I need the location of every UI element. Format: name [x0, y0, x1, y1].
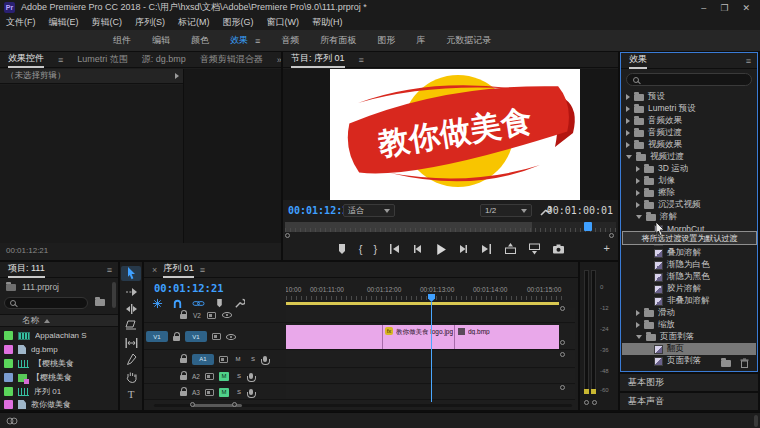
tab-source-monitor[interactable]: 源: dg.bmp — [142, 53, 186, 66]
chevron-right-icon[interactable] — [636, 178, 640, 184]
timeline-playhead-line[interactable] — [431, 302, 432, 402]
delete-trash-icon[interactable] — [740, 358, 749, 368]
effects-tree-item[interactable]: 页面剥落 — [622, 355, 756, 367]
chevron-right-icon[interactable] — [626, 142, 630, 148]
sync-lock-icon[interactable] — [205, 373, 214, 380]
lock-icon[interactable] — [180, 358, 187, 363]
program-seek-bar[interactable] — [285, 222, 616, 232]
mute-button[interactable]: M — [219, 372, 229, 381]
effects-tree-item[interactable]: 预设 — [622, 91, 756, 103]
sync-lock-icon[interactable] — [212, 333, 221, 340]
solo-button[interactable]: S — [234, 372, 244, 381]
ws-tab-audio[interactable]: 音频 — [281, 34, 299, 47]
razor-tool[interactable] — [121, 318, 141, 333]
effects-tree-item[interactable]: Lumetri 预设 — [622, 103, 756, 115]
timeline-timecode[interactable]: 00:01:12:21 — [154, 282, 224, 294]
solo-button[interactable]: S — [248, 355, 258, 364]
seek-zoom-handle-left[interactable] — [285, 233, 290, 238]
menu-file[interactable]: 文件(F) — [6, 16, 36, 29]
new-custom-bin-icon[interactable] — [721, 360, 731, 367]
seek-zoom-handle-right[interactable] — [609, 233, 614, 238]
program-playhead[interactable] — [584, 222, 592, 231]
ws-tab-graphics[interactable]: 图形 — [377, 34, 395, 47]
effects-tree-item[interactable]: 渐隐为白色 — [622, 259, 756, 271]
slip-tool[interactable] — [121, 335, 141, 350]
project-search-input[interactable] — [4, 297, 88, 309]
go-to-in-icon[interactable] — [388, 243, 400, 255]
effects-tree-item[interactable]: 叠加溶解 — [622, 247, 756, 259]
ws-tab-metalogging[interactable]: 元数据记录 — [446, 34, 491, 47]
chevron-down-icon[interactable] — [626, 155, 632, 159]
export-frame-icon[interactable] — [552, 243, 565, 255]
tab-project[interactable]: 项目: 111 — [8, 262, 45, 278]
project-item-row[interactable]: 序列 01 — [0, 385, 114, 398]
hscroll-handle-right[interactable] — [232, 402, 237, 407]
panel-menu-icon[interactable]: ≡ — [746, 56, 751, 66]
type-tool[interactable]: T — [121, 386, 141, 401]
effects-tree-item[interactable]: 3D 运动 — [622, 163, 756, 175]
effects-tree-item[interactable]: 非叠加溶解 — [622, 295, 756, 307]
hscroll-handle-left[interactable] — [190, 402, 195, 407]
panel-menu-icon[interactable]: ≡ — [58, 55, 63, 65]
step-forward-icon[interactable] — [458, 243, 470, 255]
tab-effect-controls[interactable]: 效果控件 — [8, 52, 44, 68]
speaker-toggle-left[interactable] — [584, 400, 589, 405]
scroll-handle[interactable] — [560, 340, 565, 345]
tab-program-monitor[interactable]: 节目: 序列 01 — [291, 52, 345, 68]
maximize-button[interactable]: ❐ — [720, 3, 728, 13]
chevron-right-icon[interactable] — [636, 166, 640, 172]
source-patch-v1[interactable]: V1 — [146, 331, 168, 342]
effects-tree-item[interactable]: 溶解 — [622, 211, 756, 223]
panel-menu-icon[interactable]: ≡ — [200, 265, 205, 275]
fit-dropdown[interactable]: 适合 — [343, 204, 395, 217]
effects-tree-item[interactable]: 胶片溶解 — [622, 283, 756, 295]
minimize-button[interactable]: – — [701, 3, 706, 13]
project-list-header[interactable]: 名称 — [0, 314, 118, 327]
timeline-ruler[interactable]: 00:01:10:00 00:01:11:00 00:01:12:00 00:0… — [286, 284, 562, 302]
tab-overflow-chevron[interactable]: » — [277, 55, 281, 65]
status-resize-nub[interactable] — [754, 415, 758, 427]
chevron-right-icon[interactable] — [636, 322, 640, 328]
chevron-right-icon[interactable] — [636, 190, 640, 196]
track-name[interactable]: A3 — [192, 389, 200, 396]
essential-graphics-panel-header[interactable]: 基本图形 — [620, 374, 758, 391]
speaker-toggle-right[interactable] — [592, 400, 597, 405]
track-output-eye-icon[interactable] — [222, 312, 232, 318]
chevron-right-icon[interactable] — [626, 118, 630, 124]
chevron-right-icon[interactable] — [626, 106, 630, 112]
lock-icon[interactable] — [173, 336, 180, 341]
fx-badge[interactable]: fx — [385, 327, 393, 335]
track-name[interactable]: V2 — [193, 312, 201, 319]
sync-lock-icon[interactable] — [207, 312, 216, 319]
effects-tree-item-selected[interactable]: 翻页 — [622, 343, 756, 355]
v1-clips[interactable]: fx 教你做美食 logo.jpg dg.bmp — [286, 325, 559, 349]
go-to-out-icon[interactable] — [481, 243, 493, 255]
chevron-down-icon[interactable] — [636, 335, 642, 339]
track-target-a1[interactable]: A1 — [192, 354, 214, 365]
ws-tab-all-panels[interactable]: 所有面板 — [320, 34, 356, 47]
ws-tab-libraries[interactable]: 库 — [416, 34, 425, 47]
ws-tab-assembly[interactable]: 组件 — [113, 34, 131, 47]
effects-search-input[interactable] — [626, 73, 752, 86]
label-color-swatch[interactable] — [4, 359, 13, 368]
menu-window[interactable]: 窗口(W) — [267, 16, 300, 29]
button-editor-button[interactable]: + — [604, 242, 610, 254]
project-item-row[interactable]: 【樱桃美食 — [0, 357, 114, 370]
workspace-menu-icon[interactable]: ≡ — [255, 36, 260, 46]
sync-lock-icon[interactable] — [205, 389, 214, 396]
tab-effects[interactable]: 效果 — [629, 53, 647, 69]
chevron-down-icon[interactable] — [636, 215, 642, 219]
tab-audio-clip-mixer[interactable]: 音频剪辑混合器 — [200, 53, 263, 66]
close-button[interactable]: ✕ — [742, 3, 750, 13]
ripple-edit-tool[interactable] — [121, 301, 141, 316]
step-back-icon[interactable] — [411, 243, 423, 255]
extract-icon[interactable] — [528, 243, 541, 255]
effects-tree-item[interactable]: 滑动 — [622, 307, 756, 319]
mute-button[interactable]: M — [219, 388, 229, 397]
clip-name[interactable]: 教你做美食 logo.jpg — [396, 328, 453, 337]
mark-out-button[interactable]: } — [374, 243, 378, 255]
playback-resolution-dropdown[interactable]: 1/2 — [480, 204, 532, 217]
effects-tree-item[interactable]: 擦除 — [622, 187, 756, 199]
essential-sound-panel-header[interactable]: 基本声音 — [620, 393, 758, 410]
project-item-row[interactable]: 【樱桃美食 — [0, 371, 114, 384]
